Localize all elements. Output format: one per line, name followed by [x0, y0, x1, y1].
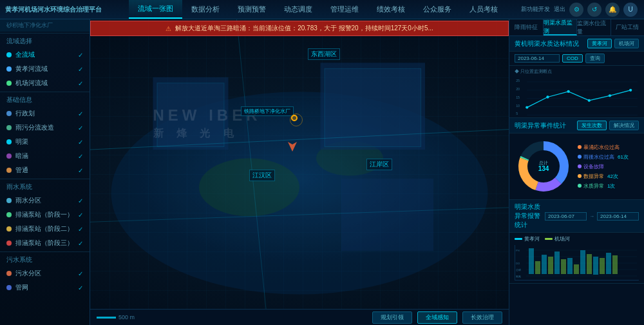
chart-note: ◆ 只位置监测断点	[515, 68, 639, 75]
event-stats-title: 明渠异常事件统计 发生次数 解决情况	[509, 118, 644, 133]
report-chart-svg: PH DO 总磷 氨氮	[515, 245, 639, 281]
map-background: NEW IBER 新 烽 光 电 东西湖区 江汉区 江岸区 铁路桥地下净化水厂	[90, 19, 509, 309]
quality-chart: ◆ 只位置监测断点 25 20 15 10 5	[509, 66, 644, 117]
nav-tab-流域一张图[interactable]: 流域一张图	[129, 0, 182, 19]
bottom-bar: 500 m 规划引领 全域感知 长效治理	[90, 309, 509, 325]
svg-rect-53	[567, 258, 573, 274]
nav-tabs: 流域一张图数据分析预测预警动态调度管理运维绩效考核公众服务人员考核	[129, 0, 521, 19]
btn-planning[interactable]: 规划引领	[372, 311, 412, 324]
svg-rect-60	[574, 264, 579, 274]
map-marker[interactable]	[291, 115, 298, 121]
svg-rect-54	[580, 250, 585, 274]
line-chart-container: 25 20 15 10 5	[515, 76, 639, 118]
nav-tab-数据分析[interactable]: 数据分析	[182, 0, 229, 19]
tab-rain[interactable]: 降雨特征	[509, 19, 544, 35]
btn-sensing[interactable]: 全域感知	[417, 311, 457, 324]
nav-tab-绩效考核[interactable]: 绩效考核	[368, 0, 414, 19]
direction-arrow	[283, 135, 302, 155]
tab-water-quality[interactable]: 明渠水质监测	[544, 19, 578, 35]
svg-rect-59	[561, 259, 566, 274]
indicator-cod[interactable]: COD	[562, 54, 583, 63]
sidebar-flow-all[interactable]: 全流域 ✓	[0, 48, 90, 62]
svg-text:5: 5	[516, 112, 518, 115]
sidebar-sewage-zone[interactable]: 污水分区 ✓	[0, 266, 90, 281]
nav-tab-公众服务[interactable]: 公众服务	[414, 0, 460, 19]
svg-rect-58	[548, 257, 553, 274]
sidebar-sewage-net[interactable]: 管网 ✓	[0, 281, 90, 295]
date-from[interactable]	[545, 212, 587, 221]
map-label-jiangan: 江岸区	[366, 159, 392, 170]
btn-management[interactable]: 长效治理	[462, 311, 502, 324]
label-gaoshui: 暴涌応水位过高	[578, 144, 639, 151]
svg-rect-56	[606, 253, 611, 274]
svg-rect-63	[612, 255, 618, 274]
svg-text:DO: DO	[516, 262, 520, 265]
btn-resolved[interactable]: 解决情况	[609, 121, 639, 130]
water-quality-title: 黄机明渠水质达标情况 黄孝河 机场河	[509, 36, 644, 52]
top-nav: 黄孝河机场河水环境综合治理平台 流域一张图数据分析预测预警动态调度管理运维绩效考…	[0, 0, 644, 19]
sidebar-flow-jichang[interactable]: 机场河流域 ✓	[0, 76, 90, 90]
svg-rect-51	[542, 255, 547, 274]
scale-indicator: 500 m	[97, 314, 135, 320]
tab-water-level[interactable]: 监测水位流量	[577, 19, 611, 35]
line-chart-svg: 25 20 15 10 5	[515, 76, 639, 118]
city-svg	[90, 19, 509, 309]
label-yushui: 雨後水位过高 61次	[578, 153, 639, 161]
water-quality-section: 黄机明渠水质达标情况 黄孝河 机场河 COD 查询 ◆ 只位置监测断点 25 2…	[509, 36, 644, 118]
btn-query[interactable]: 查询	[585, 54, 605, 63]
map-label-dongxi: 东西湖区	[308, 48, 340, 60]
sidebar-basic-mingqu[interactable]: 明渠 ✓	[0, 135, 90, 149]
sidebar-rain-zone[interactable]: 雨水分区 ✓	[0, 193, 90, 208]
date-input-quality[interactable]	[515, 54, 560, 63]
settings-icon[interactable]: ⚙	[569, 3, 583, 17]
btn-huangxiao[interactable]: 黄孝河	[587, 39, 612, 48]
nav-new-feature[interactable]: 新功能开发	[521, 5, 550, 14]
sidebar-rain-pump2[interactable]: 排涵泵站（阶段二） ✓	[0, 222, 90, 236]
sidebar-basic-guan[interactable]: 管通 ✓	[0, 163, 90, 177]
check-huangxiao: ✓	[78, 66, 83, 73]
nav-tab-管理运维[interactable]: 管理运维	[321, 0, 368, 19]
svg-text:134: 134	[538, 165, 549, 172]
sidebar-flow-huangxiao[interactable]: 黄孝河流域 ✓	[0, 62, 90, 76]
alert-text: 解放大道近单淘三路暗涌：当前涌泳位值：20.783，大于 报警20，持续时间12…	[175, 24, 433, 33]
sidebar-basic-admin[interactable]: 行政划 ✓	[0, 106, 90, 121]
btn-jichang[interactable]: 机场河	[614, 39, 639, 48]
svg-rect-55	[593, 257, 598, 275]
map-label-jianghan: 江汉区	[249, 170, 275, 181]
alert-banner: ⚠ 解放大道近单淘三路暗涌：当前涌泳位值：20.783，大于 报警20，持续时间…	[90, 21, 509, 36]
tab-factory[interactable]: 厂站工情	[611, 19, 645, 35]
svg-text:10: 10	[516, 104, 520, 108]
svg-text:25: 25	[516, 79, 520, 83]
report-chart: PH DO 总磷 氨氮	[515, 245, 639, 281]
check-all: ✓	[78, 52, 83, 59]
label-device: 设备故障	[578, 163, 639, 170]
right-panel: 降雨特征 明渠水质监测 监测水位流量 厂站工情 黄机明渠水质达标情况 黄孝河 机…	[509, 19, 644, 325]
svg-point-24	[567, 90, 569, 93]
svg-rect-7	[341, 179, 433, 251]
date-to[interactable]	[597, 212, 639, 221]
refresh-icon[interactable]: ↺	[587, 3, 601, 17]
svg-point-22	[526, 106, 528, 108]
donut-chart: 总计 134	[515, 137, 573, 195]
nav-tab-动态调度[interactable]: 动态调度	[275, 0, 321, 19]
sidebar-rain-pump3[interactable]: 排涵泵站（阶段三） ✓	[0, 236, 90, 250]
btn-occurrences[interactable]: 发生次数	[577, 121, 607, 130]
sidebar-section-rain: 雨水系统	[0, 179, 90, 193]
map-area[interactable]: NEW IBER 新 烽 光 电 东西湖区 江汉区 江岸区 铁路桥地下净化水厂	[90, 19, 509, 309]
sidebar-basic-yuwu[interactable]: 雨污分流改造 ✓	[0, 121, 90, 135]
nav-logo: 黄孝河机场河水环境综合治理平台	[0, 5, 129, 14]
user-avatar[interactable]: U	[623, 3, 638, 17]
sidebar-basic-anhan[interactable]: 暗涵 ✓	[0, 149, 90, 163]
nav-tab-人员考核[interactable]: 人员考核	[460, 0, 507, 19]
sidebar-rain-pump1[interactable]: 排涵泵站（阶段一） ✓	[0, 208, 90, 222]
nav-logout[interactable]: 退出	[554, 5, 565, 14]
svg-text:总计: 总计	[538, 161, 548, 165]
check-jichang: ✓	[78, 80, 83, 87]
svg-rect-50	[529, 248, 534, 274]
svg-rect-52	[554, 251, 560, 274]
nav-tab-预测预警[interactable]: 预测预警	[229, 0, 275, 19]
notification-icon[interactable]: 🔔	[605, 3, 620, 17]
water-report-title: 明渠水质异常报警统计 →	[509, 200, 644, 233]
event-stats-section: 明渠异常事件统计 发生次数 解决情况 总计	[509, 118, 644, 200]
svg-point-23	[546, 95, 549, 98]
